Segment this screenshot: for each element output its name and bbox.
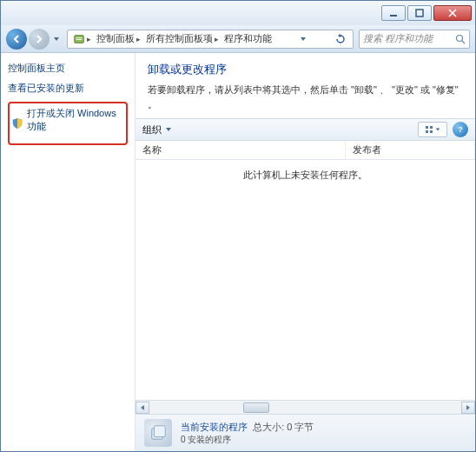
toolbar: 组织 ? xyxy=(136,118,475,141)
column-label: 发布者 xyxy=(353,143,381,156)
nav-forward-button[interactable] xyxy=(29,29,50,50)
breadcrumb-dropdown[interactable] xyxy=(296,36,310,43)
minimize-button[interactable] xyxy=(381,5,406,21)
column-publisher[interactable]: 发布者 xyxy=(346,141,475,159)
svg-text:?: ? xyxy=(458,125,463,134)
chevron-down-icon xyxy=(165,126,172,133)
svg-rect-6 xyxy=(426,126,428,129)
help-button[interactable]: ? xyxy=(453,122,468,137)
column-name[interactable]: 名称 xyxy=(136,141,346,159)
details-pane: 当前安装的程序 总大小: 0 字节 0 安装的程序 xyxy=(136,415,475,451)
programs-icon xyxy=(144,419,172,447)
footer-count: 0 安装的程序 xyxy=(181,434,314,446)
refresh-button[interactable] xyxy=(332,34,349,44)
scroll-left-button[interactable] xyxy=(136,402,149,414)
column-headers: 名称 发布者 xyxy=(136,141,475,160)
nav-history-dropdown[interactable] xyxy=(51,36,62,43)
view-selector[interactable] xyxy=(418,122,447,137)
footer-size-label: 总大小: xyxy=(253,422,284,432)
view-icon xyxy=(425,125,433,134)
footer-text: 当前安装的程序 总大小: 0 字节 0 安装的程序 xyxy=(181,421,314,446)
search-icon xyxy=(455,34,466,44)
breadcrumb-icon[interactable]: ▸ xyxy=(71,33,93,45)
nav-arrows xyxy=(6,29,62,50)
shield-icon xyxy=(11,117,23,130)
svg-rect-3 xyxy=(76,37,83,38)
svg-rect-13 xyxy=(154,426,165,437)
maximize-button[interactable] xyxy=(407,5,432,21)
breadcrumb-seg-2[interactable]: 所有控制面板项 ▸ xyxy=(144,32,221,45)
breadcrumb-label: 程序和功能 xyxy=(224,32,272,45)
breadcrumb-label: 所有控制面板项 xyxy=(146,32,213,45)
scroll-right-button[interactable] xyxy=(461,402,475,414)
titlebar xyxy=(1,1,475,25)
help-icon: ? xyxy=(455,124,466,135)
footer-title: 当前安装的程序 xyxy=(181,422,248,432)
breadcrumb-label: 控制面板 xyxy=(96,32,135,45)
svg-rect-9 xyxy=(430,130,433,133)
chevron-down-icon xyxy=(435,127,440,132)
svg-rect-8 xyxy=(426,130,428,133)
scroll-thumb[interactable] xyxy=(243,402,269,413)
search-placeholder: 搜索 程序和功能 xyxy=(363,32,452,45)
organize-button[interactable]: 组织 xyxy=(142,123,172,136)
breadcrumb-seg-1[interactable]: 控制面板 ▸ xyxy=(95,32,142,45)
breadcrumb[interactable]: ▸ 控制面板 ▸ 所有控制面板项 ▸ 程序和功能 xyxy=(67,30,354,49)
sidebar-features-highlight: 打开或关闭 Windows 功能 xyxy=(8,102,128,145)
main-header: 卸载或更改程序 若要卸载程序，请从列表中将其选中，然后单击 "卸载" 、 "更改… xyxy=(136,53,475,118)
footer-size-value: 0 字节 xyxy=(287,422,314,432)
close-button[interactable] xyxy=(433,5,472,21)
svg-rect-0 xyxy=(390,15,397,17)
svg-rect-7 xyxy=(430,126,433,129)
column-label: 名称 xyxy=(142,143,162,156)
sidebar: 控制面板主页 查看已安装的更新 打开或关闭 Windows 功能 xyxy=(1,53,136,451)
breadcrumb-seg-3[interactable]: 程序和功能 xyxy=(222,32,274,45)
main: 卸载或更改程序 若要卸载程序，请从列表中将其选中，然后单击 "卸载" 、 "更改… xyxy=(136,53,475,451)
body: 控制面板主页 查看已安装的更新 打开或关闭 Windows 功能 卸载或更改程序… xyxy=(1,53,475,451)
sidebar-updates-link[interactable]: 查看已安装的更新 xyxy=(8,82,128,95)
sidebar-features-link[interactable]: 打开或关闭 Windows 功能 xyxy=(27,107,124,133)
svg-rect-1 xyxy=(416,10,423,17)
program-list: 名称 发布者 此计算机上未安装任何程序。 xyxy=(136,141,475,415)
page-description: 若要卸载程序，请从列表中将其选中，然后单击 "卸载" 、 "更改" 或 "修复"… xyxy=(148,83,463,111)
scrollbar-horizontal[interactable] xyxy=(136,400,475,414)
control-panel-window: ▸ 控制面板 ▸ 所有控制面板项 ▸ 程序和功能 搜索 程序和功能 xyxy=(0,0,476,452)
search-input[interactable]: 搜索 程序和功能 xyxy=(359,30,470,49)
organize-label: 组织 xyxy=(142,123,162,136)
nav-back-button[interactable] xyxy=(6,29,27,50)
navbar: ▸ 控制面板 ▸ 所有控制面板项 ▸ 程序和功能 搜索 程序和功能 xyxy=(1,25,475,53)
svg-point-5 xyxy=(457,35,463,41)
svg-rect-4 xyxy=(76,39,83,40)
page-title: 卸载或更改程序 xyxy=(148,62,463,77)
empty-message: 此计算机上未安装任何程序。 xyxy=(136,160,475,190)
sidebar-home-link[interactable]: 控制面板主页 xyxy=(8,62,128,75)
